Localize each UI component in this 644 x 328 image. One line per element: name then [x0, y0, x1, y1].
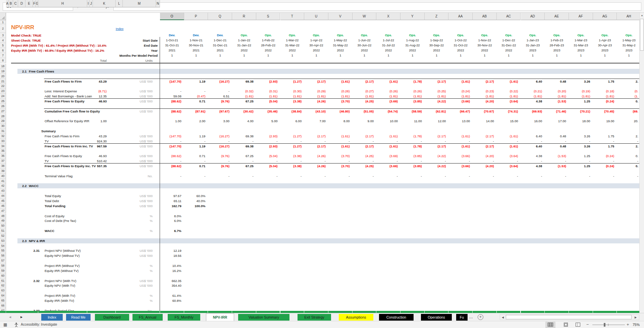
cell-r34-cAD[interactable]: 6.40 — [521, 144, 542, 148]
cell-r36-cT[interactable]: (3.38) — [280, 154, 302, 158]
cell-r32-cS[interactable]: (2.93) — [256, 134, 278, 138]
cell-r32-cU[interactable]: (2.17) — [304, 134, 326, 138]
row-header-39[interactable]: 39 — [0, 169, 6, 174]
cell-r37-cY[interactable]: - — [400, 159, 422, 163]
cell-r32-cZ[interactable]: (2.17) — [425, 134, 446, 138]
cell-r45-cO[interactable]: 65.11 — [160, 199, 181, 203]
cell-r33-cAE[interactable]: - — [545, 139, 566, 143]
cell-r33-cAD[interactable]: - — [521, 139, 542, 143]
sheet-tab-fs-monthly[interactable]: FS_Monthly — [168, 314, 200, 321]
cell-r40-cAG[interactable]: - — [593, 174, 614, 178]
cell-r40-cR[interactable]: - — [232, 174, 254, 178]
cell-r40-cW[interactable]: - — [353, 174, 374, 178]
cell-r38-cAE[interactable]: (1.53) — [545, 164, 566, 168]
view-page-layout-icon[interactable] — [564, 323, 568, 327]
cell-r24-cAG[interactable]: (1.81) — [593, 94, 614, 98]
row-total-cell[interactable]: 12.35 — [80, 94, 107, 98]
cell-r23-cW[interactable]: (0.27) — [353, 89, 374, 93]
row-header-20[interactable]: 20 — [0, 74, 6, 79]
cell-r25-cS[interactable]: (5.04) — [256, 99, 278, 103]
cell-r34-cZ[interactable]: (2.17) — [425, 144, 446, 148]
cell-r32-cAA[interactable]: (1.61) — [448, 134, 470, 138]
cell-r21-cZ[interactable]: (2.17) — [425, 80, 446, 83]
cell-r36-cS[interactable]: (5.04) — [256, 154, 278, 158]
cell-r29-cV[interactable]: 8.00 — [328, 119, 350, 123]
cell-r38-cAA[interactable]: (3.66) — [448, 164, 470, 168]
cell-r33-cQ[interactable]: - — [208, 139, 229, 143]
cell-r32-cAD[interactable]: 6.40 — [521, 134, 542, 138]
cell-r25-cQ[interactable]: (9.76) — [208, 99, 229, 103]
cell-r34-cAA[interactable]: (1.61) — [448, 144, 470, 148]
tabs-overflow-icon[interactable]: … — [469, 315, 473, 319]
row-total-cell[interactable]: 46.93 — [80, 154, 107, 158]
cell-r27-cAH[interactable]: (69. — [617, 109, 638, 113]
horizontal-scrollbar[interactable]: ◀ ▶ — [500, 314, 639, 320]
cell-r23-cAB[interactable]: (0.23) — [473, 89, 494, 93]
cell-r38-cX[interactable]: (3.69) — [376, 164, 398, 168]
cell-r33-cU[interactable]: - — [304, 139, 326, 143]
cell-r25-cAE[interactable]: (1.53) — [545, 99, 566, 103]
cell-r37-cQ[interactable]: - — [208, 159, 229, 163]
cell-r32-cO[interactable]: (147.70) — [160, 134, 181, 138]
column-header-AB[interactable]: AB — [473, 13, 497, 20]
cell-r25-cO[interactable]: (88.62) — [160, 99, 181, 103]
cell-r24-cW[interactable]: (1.81) — [353, 94, 374, 98]
cell-r24-cP[interactable]: (0.47) — [184, 94, 206, 98]
cell-r27-cAC[interactable]: (74.31) — [497, 109, 518, 113]
cell-r29-cAH[interactable]: 20. — [617, 119, 638, 123]
cell-r27-cAD[interactable]: (69.93) — [521, 109, 542, 113]
cell-r37-cZ[interactable]: - — [425, 159, 446, 163]
cell-r40-cAB[interactable]: - — [473, 174, 494, 178]
row-header-45[interactable]: 45 — [0, 198, 6, 203]
row-header-50[interactable]: 50 — [0, 223, 6, 228]
cell-r46-cP[interactable]: 100.0% — [184, 204, 206, 208]
cell-r21-cAE[interactable]: 0.48 — [545, 80, 566, 83]
cell-r38-cAC[interactable]: (3.64) — [497, 164, 518, 168]
cell-r37-cAA[interactable]: - — [448, 159, 470, 163]
row-header-19[interactable]: 19 — [0, 69, 6, 74]
cell-r33-cR[interactable]: - — [232, 139, 254, 143]
cell-r40-cO[interactable]: - — [160, 174, 181, 178]
cell-r23-cZ[interactable]: (0.25) — [425, 89, 446, 93]
cell-r37-cAD[interactable]: - — [521, 159, 542, 163]
column-header-AG[interactable]: AG — [593, 13, 617, 20]
cell-r40-cZ[interactable]: - — [425, 174, 446, 178]
cell-r24-cT[interactable]: (1.81) — [280, 94, 302, 98]
cell-r23-cU[interactable]: (0.29) — [304, 89, 326, 93]
column-header-J[interactable]: J — [90, 0, 93, 7]
cell-r23-cAE[interactable]: (0.20) — [545, 89, 566, 93]
cell-r34-cQ[interactable]: (16.27) — [208, 144, 229, 148]
cell-r34-cS[interactable]: (2.93) — [256, 144, 278, 148]
cell-r40-cAD[interactable]: - — [521, 174, 542, 178]
cell-r34-cR[interactable]: 69.38 — [232, 144, 254, 148]
cell-r33-cZ[interactable]: - — [425, 139, 446, 143]
cell-r40-cAC[interactable]: - — [497, 174, 518, 178]
cell-r40-cS[interactable]: - — [256, 174, 278, 178]
cell-r38-cW[interactable]: (4.25) — [353, 164, 374, 168]
cell-r37-cU[interactable]: - — [304, 159, 326, 163]
cell-r38-cZ[interactable]: (4.22) — [425, 164, 446, 168]
row-header-49[interactable]: 49 — [0, 218, 6, 223]
row-total-cell[interactable]: 510.42 — [80, 159, 107, 163]
cell-r40-cX[interactable]: - — [376, 174, 398, 178]
cell-r38-cR[interactable]: 67.25 — [232, 164, 254, 168]
cell-r27-cW[interactable]: (51.05) — [353, 109, 374, 113]
add-sheet-icon[interactable]: + — [478, 314, 483, 320]
row-header-57[interactable]: 57 — [0, 258, 6, 263]
cell-r23-cAH[interactable]: (0. — [617, 89, 638, 93]
row-header-31[interactable]: 31 — [0, 129, 6, 134]
cell-r36-cAF[interactable]: 1.25 — [569, 154, 590, 158]
row-header-54[interactable]: 54 — [0, 243, 6, 248]
sheet-tab-operations[interactable]: Operations — [421, 314, 452, 321]
cell-r27-cV[interactable]: (46.80) — [328, 109, 350, 113]
cell-r25-cAD[interactable]: 4.38 — [521, 99, 542, 103]
cell-r24-cU[interactable]: (1.81) — [304, 94, 326, 98]
cell-r32-cQ[interactable]: (16.27) — [208, 134, 229, 138]
sheet-tab-fu[interactable]: Fu — [456, 314, 468, 321]
column-header-O[interactable]: O — [160, 13, 184, 20]
cell-r37-cX[interactable]: - — [376, 159, 398, 163]
cell-r36-cAA[interactable]: (3.66) — [448, 154, 470, 158]
cell-r27-cS[interactable]: (35.46) — [256, 109, 278, 113]
column-header-AA[interactable]: AA — [448, 13, 473, 20]
cell-r23-cAD[interactable]: (0.21) — [521, 89, 542, 93]
